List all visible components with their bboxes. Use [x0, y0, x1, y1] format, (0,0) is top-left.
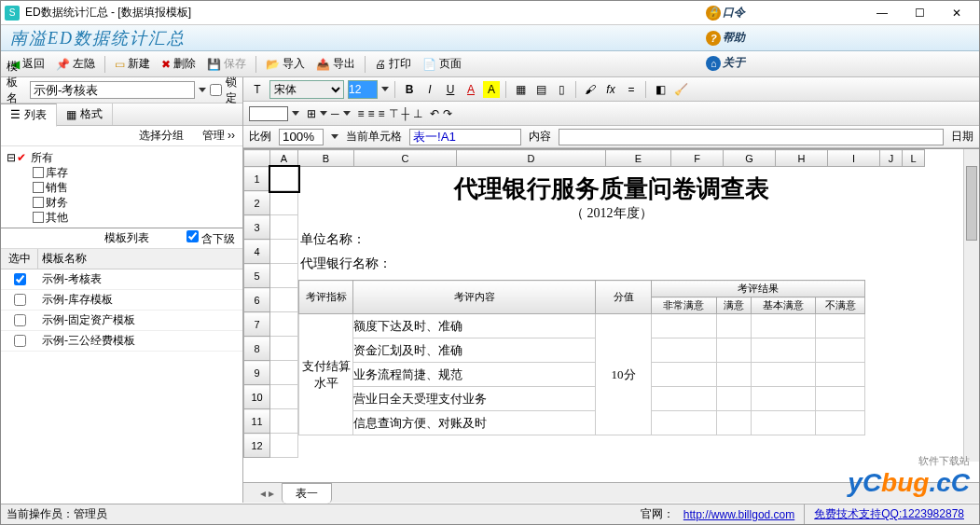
font-picker-icon[interactable]: T: [249, 81, 266, 98]
tree-item[interactable]: 财务: [33, 195, 237, 210]
field-bank: 代理银行名称：: [298, 252, 925, 280]
content-cell[interactable]: 信息查询方便、对账及时: [353, 411, 596, 435]
menu-help[interactable]: ?帮助: [706, 30, 745, 46]
col-header[interactable]: A: [270, 150, 298, 167]
list-item[interactable]: 示例-三公经费模板: [1, 331, 242, 352]
format-painter-button[interactable]: 🖌: [582, 81, 599, 98]
import-button[interactable]: 📂导入: [261, 54, 310, 74]
align-left-button[interactable]: ≡: [358, 107, 365, 120]
qq-link[interactable]: 免费技术支持QQ:1223982878: [814, 506, 964, 522]
merge-cells-button[interactable]: ▦: [512, 81, 529, 98]
list-item[interactable]: 示例-考核表: [1, 269, 242, 290]
bold-button[interactable]: B: [401, 81, 418, 98]
sheet-tab[interactable]: 表一: [282, 483, 332, 504]
dropdown-icon[interactable]: [199, 88, 206, 92]
template-name-input[interactable]: [30, 81, 195, 99]
row-header[interactable]: 5: [244, 264, 270, 288]
row-header[interactable]: 6: [244, 288, 270, 312]
row-header[interactable]: 10: [244, 385, 270, 409]
col-header[interactable]: H: [776, 150, 828, 167]
fill-color-box[interactable]: [249, 106, 288, 121]
redo-button[interactable]: ↷: [443, 107, 452, 120]
row-header[interactable]: 1: [244, 167, 270, 191]
underline-button[interactable]: U: [442, 81, 459, 98]
list-item[interactable]: 示例-库存模板: [1, 290, 242, 311]
doc-subtitle: （ 2012年度）: [298, 205, 925, 222]
tree-root[interactable]: ⊟ 所有: [7, 150, 237, 165]
eraser-button[interactable]: ◧: [652, 81, 669, 98]
align-top-button[interactable]: ⊤: [389, 107, 398, 120]
clear-format-button[interactable]: 🧹: [672, 81, 689, 98]
split-cell-button[interactable]: ▯: [553, 81, 570, 98]
delete-button[interactable]: ✖删除: [157, 54, 200, 74]
print-button[interactable]: 🖨打印: [370, 54, 416, 74]
row-header[interactable]: 12: [244, 434, 270, 458]
fill-color-dropdown[interactable]: [292, 111, 299, 116]
ratio-label: 比例: [249, 129, 271, 145]
col-header[interactable]: L: [903, 150, 925, 167]
group-select-link[interactable]: 选择分组: [139, 128, 184, 144]
status-bar: 当前操作员： 管理员 官网： http://www.billgod.com 免费…: [1, 504, 979, 524]
border-style-button[interactable]: ─: [331, 107, 339, 120]
list-item[interactable]: 示例-固定资产模板: [1, 311, 242, 331]
hdr-content: 考评内容: [353, 281, 596, 314]
menu-about[interactable]: ⌂关于: [706, 55, 745, 71]
align-center-button[interactable]: ≡: [368, 107, 375, 120]
current-cell-input[interactable]: [409, 129, 521, 145]
col-header[interactable]: D: [457, 150, 606, 167]
row-header[interactable]: 7: [244, 312, 270, 337]
content-cell[interactable]: 资金汇划及时、准确: [353, 338, 596, 363]
row-header[interactable]: 3: [244, 215, 270, 240]
font-size-input[interactable]: [348, 80, 378, 99]
page-button[interactable]: 📄页面: [418, 54, 466, 74]
lock-checkbox[interactable]: [210, 84, 222, 96]
include-sub-check[interactable]: 含下级: [186, 230, 235, 247]
vertical-scrollbar[interactable]: [963, 149, 979, 462]
formula-equals-button[interactable]: =: [623, 81, 640, 98]
content-input[interactable]: [559, 129, 944, 145]
align-bottom-button[interactable]: ⊥: [413, 107, 422, 120]
col-header[interactable]: G: [724, 150, 776, 167]
pinleft-button[interactable]: 📌左隐: [51, 54, 100, 74]
right-panel: T 宋体 B I U A A ▦ ▤ ▯ 🖌 fx = ◧ 🧹 ⊞: [243, 77, 979, 503]
col-header[interactable]: B: [298, 150, 354, 167]
row-header[interactable]: 8: [244, 337, 270, 361]
content-cell[interactable]: 营业日全天受理支付业务: [353, 387, 596, 411]
tree-item[interactable]: 其他: [33, 210, 237, 225]
col-header[interactable]: F: [671, 150, 724, 167]
tab-format[interactable]: ▦ 格式: [57, 104, 113, 125]
table-style-button[interactable]: ▤: [532, 81, 549, 98]
export-button[interactable]: 📤导出: [311, 54, 360, 74]
col-header[interactable]: I: [828, 150, 880, 167]
undo-button[interactable]: ↶: [430, 107, 439, 120]
row-header[interactable]: 9: [244, 361, 270, 385]
formula-fx-button[interactable]: fx: [602, 81, 619, 98]
row-header[interactable]: 4: [244, 240, 270, 264]
content-cell[interactable]: 额度下达及时、准确: [353, 314, 596, 338]
font-color-button[interactable]: A: [462, 81, 479, 98]
save-button[interactable]: 💾保存: [202, 54, 251, 74]
col-header[interactable]: E: [606, 150, 671, 167]
col-header[interactable]: C: [354, 150, 457, 167]
hdr-indicator: 考评指标: [299, 281, 353, 314]
ratio-input[interactable]: [279, 129, 324, 145]
manage-link[interactable]: 管理 ››: [202, 128, 235, 144]
menu-password[interactable]: 🔒口令: [706, 5, 745, 21]
col-header[interactable]: J: [880, 150, 903, 167]
font-select[interactable]: 宋体: [269, 80, 344, 99]
row-header[interactable]: 11: [244, 409, 270, 434]
tab-list[interactable]: ☰ 列表: [1, 104, 57, 127]
new-button[interactable]: ▭新建: [110, 54, 155, 74]
align-middle-button[interactable]: ┼: [402, 107, 410, 120]
borders-button[interactable]: ⊞: [307, 107, 316, 120]
spreadsheet[interactable]: A B C D E F G H I J L 1 代理银行服务质量: [243, 148, 979, 482]
tree-item[interactable]: 销售: [33, 180, 237, 195]
italic-button[interactable]: I: [421, 81, 438, 98]
highlight-button[interactable]: A: [483, 81, 500, 98]
row-header[interactable]: 2: [244, 191, 270, 215]
site-link[interactable]: http://www.billgod.com: [683, 508, 794, 521]
content-cell[interactable]: 业务流程简捷、规范: [353, 363, 596, 387]
size-dropdown-icon[interactable]: [381, 87, 389, 91]
align-right-button[interactable]: ≡: [379, 107, 385, 120]
tree-item[interactable]: 库存: [33, 165, 237, 180]
